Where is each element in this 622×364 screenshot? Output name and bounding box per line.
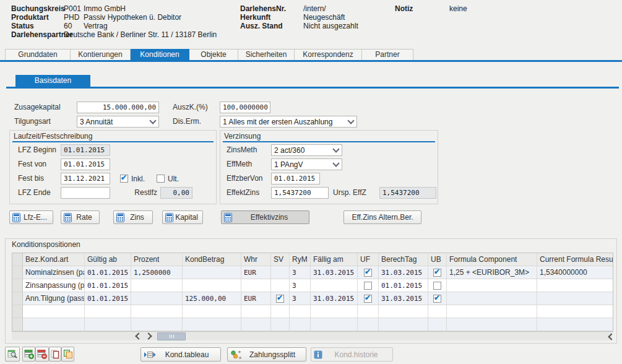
delete-row-button[interactable] <box>35 347 49 362</box>
select-all-cell[interactable] <box>12 253 23 266</box>
cell-formula[interactable] <box>447 292 537 305</box>
ub-checkbox[interactable] <box>433 269 441 277</box>
cell-whr[interactable]: EUR <box>241 266 271 279</box>
scroll-left-button[interactable] <box>134 332 144 340</box>
tilgungsart-select[interactable]: 3 Annuität <box>77 116 159 128</box>
effzbervon-input[interactable]: 01.01.2015 <box>271 173 320 184</box>
cell-sv[interactable] <box>271 266 290 279</box>
empty-cell[interactable] <box>447 318 537 331</box>
col-header[interactable]: Whr <box>241 253 271 266</box>
cell-prozent[interactable] <box>131 279 183 292</box>
ub-checkbox[interactable] <box>433 282 441 290</box>
empty-cell[interactable] <box>241 318 271 331</box>
inkl-checkbox[interactable] <box>120 175 128 183</box>
lfz-ende-input[interactable] <box>61 187 110 199</box>
empty-cell[interactable] <box>358 305 379 318</box>
cell-prozent[interactable] <box>131 292 183 305</box>
empty-cell[interactable] <box>447 305 537 318</box>
cell-gueltig-ab[interactable]: 01.01.2015 <box>85 292 131 305</box>
diserm-select[interactable]: 1 Alles mit der ersten Auszahlung <box>220 116 357 128</box>
kond-tableau-button[interactable]: Kond.tableau <box>140 347 221 362</box>
empty-cell[interactable] <box>537 318 613 331</box>
empty-cell[interactable] <box>85 318 131 331</box>
empty-cell[interactable] <box>131 305 183 318</box>
effektivzins-calc-button[interactable]: Effektivzins <box>221 210 309 224</box>
cell-formula-result[interactable] <box>537 292 613 305</box>
cell-formula-result[interactable] <box>537 279 613 292</box>
cell-faellig-am[interactable]: 31.03.2015 <box>311 266 358 279</box>
col-header[interactable]: UF <box>358 253 379 266</box>
empty-cell[interactable] <box>358 318 379 331</box>
sv-checkbox[interactable] <box>276 295 284 303</box>
insert-row-button[interactable] <box>22 347 35 362</box>
cell-ub[interactable] <box>428 266 447 279</box>
cell-kondbetrag[interactable] <box>183 266 241 279</box>
uf-checkbox[interactable] <box>364 282 372 290</box>
empty-cell[interactable] <box>379 305 428 318</box>
rate-calc-button[interactable]: Rate <box>61 210 100 224</box>
cell-bez-kond-art[interactable]: Nominalzinsen (pas_ <box>23 266 85 279</box>
empty-cell[interactable] <box>131 318 183 331</box>
cell-faellig-am[interactable]: 31.03.2015 <box>311 292 358 305</box>
scroll-right-button[interactable] <box>144 332 153 340</box>
cell-sv[interactable] <box>271 279 290 292</box>
empty-cell[interactable] <box>183 318 241 331</box>
empty-cell[interactable] <box>537 305 613 318</box>
cell-berechtag[interactable]: 31.03.2015 <box>379 266 428 279</box>
cell-ub[interactable] <box>428 279 447 292</box>
kapital-calc-button[interactable]: Kapital <box>162 210 203 224</box>
row-selector-cell[interactable] <box>12 318 23 331</box>
cell-bez-kond-art[interactable]: Ann.Tilgung (passi_ <box>23 292 85 305</box>
ult-checkbox[interactable] <box>157 175 165 183</box>
subtab-basisdaten[interactable]: Basisdaten <box>15 75 90 87</box>
tab-grunddaten[interactable]: Grunddaten <box>5 49 71 61</box>
tab-konditionen[interactable]: Konditionen <box>131 49 189 61</box>
cell-gueltig-ab[interactable]: 01.01.2015 <box>85 266 131 279</box>
empty-cell[interactable] <box>183 305 241 318</box>
effzins-altern-ber-button[interactable]: Eff.Zins Altern.Ber. <box>343 210 421 224</box>
cell-prozent[interactable]: 1,2500000 <box>131 266 183 279</box>
col-header[interactable]: UB <box>428 253 447 266</box>
empty-cell[interactable] <box>290 305 311 318</box>
copy-row-button[interactable] <box>49 347 61 362</box>
col-header[interactable]: Formula Component <box>447 253 537 266</box>
empty-cell[interactable] <box>379 318 428 331</box>
row-selector-cell[interactable] <box>12 292 23 305</box>
empty-cell[interactable] <box>23 318 85 331</box>
cell-formula-result[interactable]: 1,5340000000 <box>537 266 613 279</box>
empty-cell[interactable] <box>271 318 290 331</box>
cell-sv[interactable] <box>271 292 290 305</box>
empty-cell[interactable] <box>428 305 447 318</box>
cell-berechtag[interactable]: 01.01.2015 <box>379 279 428 292</box>
col-header[interactable]: KondBetrag <box>183 253 241 266</box>
empty-cell[interactable] <box>85 305 131 318</box>
empty-cell[interactable] <box>428 318 447 331</box>
effmeth-select[interactable]: 1 PAngV <box>271 158 342 170</box>
cell-gueltig-ab[interactable]: 01.01.2015 <box>85 279 131 292</box>
auszk-input[interactable]: 100,0000000 <box>220 102 270 113</box>
zahlungssplitt-button[interactable]: Zahlungssplitt <box>227 347 306 362</box>
cell-kondbetrag[interactable]: 125.000,00 <box>183 292 241 305</box>
row-selector-cell[interactable] <box>12 305 23 318</box>
cell-uf[interactable] <box>358 279 379 292</box>
tab-partner[interactable]: Partner <box>362 49 413 61</box>
row-selector-cell[interactable] <box>12 266 23 279</box>
tab-sicherheiten[interactable]: Sicherheiten <box>238 49 295 61</box>
outer-scroll-left-button[interactable] <box>607 332 616 341</box>
cell-bez-kond-art[interactable]: Zinsanpassung (pa_ <box>23 279 85 292</box>
empty-cell[interactable] <box>241 305 271 318</box>
cell-whr[interactable] <box>241 279 271 292</box>
empty-cell[interactable] <box>311 318 358 331</box>
cell-faellig-am[interactable] <box>311 279 358 292</box>
cell-ub[interactable] <box>428 292 447 305</box>
cell-rym[interactable]: 3 <box>290 279 311 292</box>
tab-objekte[interactable]: Objekte <box>189 49 238 61</box>
row-selector-cell[interactable] <box>12 279 23 292</box>
copy-values-button[interactable] <box>61 347 74 362</box>
fest-bis-input[interactable]: 31.12.2021 <box>61 173 110 184</box>
empty-cell[interactable] <box>23 305 85 318</box>
cell-uf[interactable] <box>358 266 379 279</box>
empty-cell[interactable] <box>311 305 358 318</box>
col-header[interactable]: RyM <box>290 253 311 266</box>
cell-kondbetrag[interactable] <box>183 279 241 292</box>
